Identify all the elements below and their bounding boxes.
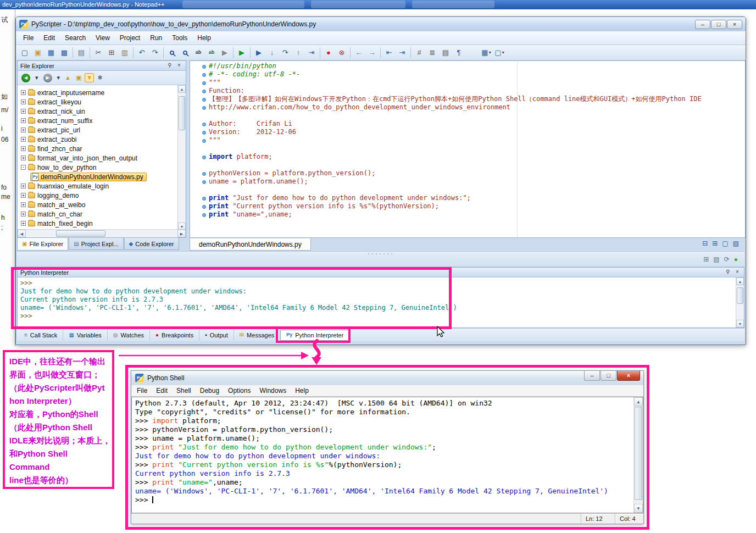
step-over-icon[interactable]: ↷ — [279, 47, 292, 59]
minimize-button[interactable]: – — [584, 371, 600, 381]
shell-menu-help[interactable]: Help — [291, 386, 313, 396]
menu-search[interactable]: Search — [60, 32, 91, 43]
forward-icon[interactable]: ▶ — [42, 72, 54, 84]
tab-list-icon[interactable]: ⊟ — [702, 240, 708, 247]
scroll-up-icon[interactable]: ▲ — [736, 277, 744, 285]
redo-icon[interactable]: ↷ — [148, 47, 162, 59]
detach-debugger-icon[interactable]: ⊗ — [335, 47, 348, 59]
tab-output[interactable]: ▪Output — [199, 330, 234, 341]
expand-icon[interactable]: + — [21, 127, 26, 132]
pyscripter-titlebar[interactable]: Py PyScripter - D:\tmp\tmp_dev_root\pyth… — [16, 17, 746, 31]
close-button[interactable]: × — [727, 20, 742, 29]
scrollbar-thumb[interactable] — [737, 287, 743, 304]
python-shell-titlebar[interactable]: Py Python Shell – □ × — [131, 371, 643, 385]
tab-code-explorer[interactable]: ◆Code Explorer — [124, 238, 179, 250]
menu-run[interactable]: Run — [145, 32, 167, 43]
scroll-right-icon[interactable]: ▶ — [177, 230, 186, 237]
interpreter-scrollbar[interactable]: ▲ ▼ — [736, 277, 744, 327]
special-chars-icon[interactable]: ¶ — [452, 47, 465, 59]
tree-vertical-scrollbar[interactable]: ▲ ▼ — [177, 85, 186, 230]
run-icon[interactable]: ▶ — [235, 47, 248, 59]
find-icon[interactable] — [165, 47, 179, 59]
interpreter-copy-icon[interactable]: ▤ — [713, 256, 719, 263]
tab-call-stack[interactable]: ≡Call Stack — [19, 330, 63, 341]
expand-icon[interactable]: + — [21, 118, 26, 123]
tree-item[interactable]: -how_to_dev_python — [18, 163, 178, 172]
scroll-left-icon[interactable]: ◀ — [18, 230, 26, 237]
save-icon[interactable]: ▦ — [45, 47, 58, 59]
menu-tools[interactable]: Tools — [167, 32, 192, 43]
tab-variables[interactable]: ▦Variables — [63, 330, 108, 341]
expand-icon[interactable]: + — [21, 109, 26, 114]
menu-help[interactable]: Help — [192, 32, 216, 43]
close-panel-icon[interactable]: × — [175, 62, 183, 69]
step-out-icon[interactable]: ↑ — [292, 47, 305, 59]
menu-file[interactable]: File — [18, 32, 38, 43]
open-file-icon[interactable]: ▣ — [31, 47, 45, 59]
pin-icon[interactable]: ⚲ — [724, 269, 732, 276]
tab-project-expl[interactable]: ▤Project Expl... — [69, 238, 123, 250]
scroll-down-icon[interactable]: ▼ — [634, 504, 643, 513]
tab-breakpoints[interactable]: ●Breakpoints — [150, 330, 199, 341]
scroll-up-icon[interactable]: ▲ — [178, 85, 186, 93]
expand-icon[interactable]: + — [21, 99, 26, 104]
shell-menu-file[interactable]: File — [132, 386, 152, 396]
tree-item[interactable]: +extract_zuobi — [18, 135, 178, 144]
interpreter-refresh-icon[interactable]: ⟳ — [724, 256, 730, 263]
tab-python-interpreter[interactable]: PyPython Interpreter — [280, 330, 349, 341]
back-history-dropdown[interactable]: ▾ — [34, 73, 40, 82]
tab-watches[interactable]: ◎Watches — [108, 330, 150, 341]
menu-edit[interactable]: Edit — [38, 32, 60, 43]
indent-icon[interactable]: ⇥ — [396, 47, 409, 59]
folder-up-icon[interactable]: ▲ — [63, 73, 73, 82]
forward-history-dropdown[interactable]: ▾ — [55, 73, 62, 82]
undo-icon[interactable]: ↶ — [135, 47, 148, 59]
editor-views-icon[interactable]: ▦▾ — [480, 47, 493, 59]
new-file-icon[interactable]: ▢ — [18, 47, 31, 59]
layouts-icon[interactable]: ▢▾ — [493, 47, 506, 59]
tree-item[interactable]: PydemoRunPythonUnderWindows.py — [18, 172, 178, 181]
menu-view[interactable]: View — [91, 32, 115, 43]
float-editor-icon[interactable]: ▤ — [733, 240, 739, 247]
run-to-cursor-icon[interactable]: ⇥ — [305, 47, 318, 59]
browse-forward-icon[interactable]: → — [365, 47, 379, 59]
stop-icon[interactable]: ● — [322, 47, 335, 59]
tree-item[interactable]: +huanxiao_emulate_login — [18, 181, 178, 191]
new-folder-icon[interactable]: ▣ — [74, 73, 83, 82]
run-script-external-icon[interactable]: ▶ — [218, 47, 231, 59]
scrollbar-thumb[interactable] — [179, 96, 185, 130]
shell-menu-windows[interactable]: Windows — [255, 386, 291, 396]
tab-file-explorer[interactable]: ▣File Explorer — [17, 238, 68, 251]
cut-icon[interactable]: ✂ — [92, 47, 105, 59]
expand-icon[interactable]: + — [21, 146, 26, 151]
minimize-button[interactable]: – — [695, 20, 710, 29]
find-next-icon[interactable] — [179, 47, 192, 59]
tree-item[interactable]: +match_cn_char — [18, 209, 178, 219]
tree-item[interactable]: +extract_likeyou — [18, 97, 178, 107]
tree-item[interactable]: +match_fixed_begin — [18, 219, 178, 228]
back-icon[interactable]: ◀ — [20, 72, 32, 84]
debug-icon[interactable]: ▶ — [252, 47, 265, 59]
scroll-down-icon[interactable]: ▼ — [736, 320, 744, 327]
find-in-files-icon[interactable]: ab — [192, 47, 205, 59]
tree-item[interactable]: +extract_nick_uin — [18, 107, 178, 116]
tree-item[interactable]: +extract_pic_url — [18, 125, 178, 135]
browse-back-icon[interactable]: ← — [352, 47, 365, 59]
menu-project[interactable]: Project — [115, 32, 145, 43]
splitter-grip[interactable]: ······· — [368, 248, 394, 258]
expand-icon[interactable]: + — [21, 90, 26, 95]
doc-map-icon[interactable]: ▤ — [439, 47, 452, 59]
expand-icon[interactable]: + — [21, 212, 26, 216]
expand-icon[interactable]: + — [21, 221, 26, 226]
step-into-icon[interactable]: ↓ — [265, 47, 279, 59]
tree-horizontal-scrollbar[interactable]: ◀ ▶ — [18, 229, 186, 237]
tree-item[interactable]: +find_zhcn_char — [18, 144, 178, 153]
tree-item[interactable]: +extract_inputusername — [18, 88, 178, 97]
dock-splitter-toolbar[interactable]: ······· ⊞▤⟳● — [17, 251, 744, 267]
copy-icon[interactable]: ⊞ — [105, 47, 118, 59]
close-button[interactable]: × — [617, 371, 640, 381]
save-all-icon[interactable]: ▩ — [58, 47, 71, 59]
new-editor-window-icon[interactable]: ▢ — [722, 240, 728, 247]
filter-icon[interactable]: ▼ — [85, 73, 94, 82]
expand-icon[interactable]: + — [21, 202, 26, 207]
